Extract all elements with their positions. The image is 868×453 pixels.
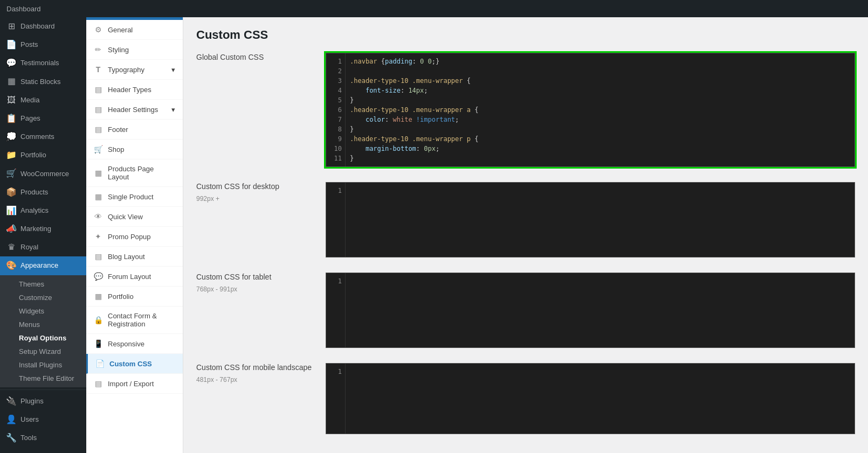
nav-contact-form[interactable]: 🔒 Contact Form & Registration xyxy=(86,306,183,334)
typography-arrow-icon: ▾ xyxy=(171,66,175,74)
global-css-code[interactable]: .navbar {padding: 0 0;} .header-type-10 … xyxy=(346,53,855,166)
quick-view-icon: 👁 xyxy=(94,212,102,221)
sidebar-item-portfolio[interactable]: 📁 Portfolio xyxy=(0,146,86,164)
tablet-css-editor[interactable]: 1 xyxy=(326,273,855,348)
tablet-css-sublabel: 768px - 991px xyxy=(196,285,315,293)
nav-promo-popup[interactable]: ✦ Promo Popup xyxy=(86,227,183,247)
sidebar-item-plugins[interactable]: 🔌 Plugins xyxy=(0,392,86,410)
import-export-icon: ▤ xyxy=(94,379,102,388)
nav-blog-layout[interactable]: ▤ Blog Layout xyxy=(86,247,183,267)
sub-setup-wizard[interactable]: Setup Wizard xyxy=(0,345,86,358)
mobile-landscape-css-editor[interactable]: 1 xyxy=(326,363,855,434)
global-css-editor-col: 1 2 3 4 5 6 7⚠ 8 9 10 11 .navbar {paddin… xyxy=(326,53,855,167)
desktop-css-section: Custom CSS for desktop 992px + 1 xyxy=(196,182,855,257)
blog-layout-icon: ▤ xyxy=(94,252,102,261)
line-numbers-tablet: 1 xyxy=(326,273,346,347)
dashboard-link[interactable]: Dashboard xyxy=(6,5,41,13)
admin-bar: Dashboard xyxy=(0,0,868,17)
single-product-icon: ▦ xyxy=(94,192,102,201)
sub-install-plugins[interactable]: Install Plugins xyxy=(0,358,86,372)
header-types-icon: ▤ xyxy=(94,85,102,94)
analytics-icon: 📊 xyxy=(6,206,16,215)
nav-custom-css[interactable]: 📄 Custom CSS xyxy=(86,354,183,374)
nav-import-export[interactable]: ▤ Import / Export xyxy=(86,374,183,394)
nav-general[interactable]: ⚙ General xyxy=(86,20,183,40)
desktop-css-editor-col: 1 xyxy=(326,182,855,257)
sidebar-item-royal[interactable]: ♛ Royal xyxy=(0,238,86,256)
sidebar-item-dashboard[interactable]: ⊞ Dashboard xyxy=(0,17,86,36)
plugins-icon: 🔌 xyxy=(6,396,16,406)
sidebar-item-users[interactable]: 👤 Users xyxy=(0,410,86,429)
nav-responsive[interactable]: 📱 Responsive xyxy=(86,334,183,354)
appearance-sub-menu: Themes Customize Widgets Menus Royal Opt… xyxy=(0,275,86,387)
nav-products-page-layout[interactable]: ▦ Products Page Layout xyxy=(86,159,183,187)
portfolio-icon: 📁 xyxy=(6,150,16,160)
sidebar-item-testimonials[interactable]: 💬 Testimonials xyxy=(0,54,86,72)
general-icon: ⚙ xyxy=(94,25,102,34)
comments-icon: 💭 xyxy=(6,132,16,142)
header-settings-icon: ▤ xyxy=(94,105,102,114)
nav-portfolio[interactable]: ▦ Portfolio xyxy=(86,287,183,306)
global-css-section: Global Custom CSS 1 2 3 4 5 6 7⚠ 8 9 10 xyxy=(196,53,855,167)
sub-royal-options[interactable]: Royal Options xyxy=(0,331,86,345)
tablet-css-section: Custom CSS for tablet 768px - 991px 1 xyxy=(196,273,855,348)
sidebar-item-static-blocks[interactable]: ▦ Static Blocks xyxy=(0,73,86,91)
page-title: Custom CSS xyxy=(196,28,855,42)
shop-icon: 🛒 xyxy=(94,145,102,154)
sidebar-item-products[interactable]: 📦 Products xyxy=(0,183,86,201)
nav-styling[interactable]: ✏ Styling xyxy=(86,40,183,60)
sidebar-item-woocommerce[interactable]: 🛒 WooCommerce xyxy=(0,165,86,183)
desktop-css-label-col: Custom CSS for desktop 992px + xyxy=(196,182,315,257)
global-css-editor[interactable]: 1 2 3 4 5 6 7⚠ 8 9 10 11 .navbar {paddin… xyxy=(326,53,855,167)
desktop-css-editor[interactable]: 1 xyxy=(326,182,855,257)
sidebar-item-marketing[interactable]: 📣 Marketing xyxy=(0,220,86,238)
sub-widgets[interactable]: Widgets xyxy=(0,304,86,318)
nav-forum-layout[interactable]: 💬 Forum Layout xyxy=(86,267,183,287)
typography-icon: T xyxy=(94,65,102,74)
mobile-landscape-css-section: Custom CSS for mobile landscape 481px - … xyxy=(196,363,855,434)
users-icon: 👤 xyxy=(6,415,16,424)
promo-popup-icon: ✦ xyxy=(94,232,102,241)
posts-icon: 📄 xyxy=(6,40,16,50)
sidebar-item-pages[interactable]: 📋 Pages xyxy=(0,109,86,128)
static-blocks-icon: ▦ xyxy=(6,77,16,87)
nav-quick-view[interactable]: 👁 Quick View xyxy=(86,207,183,227)
contact-form-icon: 🔒 xyxy=(94,316,102,324)
sidebar-item-analytics[interactable]: 📊 Analytics xyxy=(0,201,86,220)
nav-footer[interactable]: ▤ Footer xyxy=(86,120,183,140)
dashboard-icon: ⊞ xyxy=(6,22,16,31)
products-icon: 📦 xyxy=(6,187,16,197)
sidebar-item-media[interactable]: 🖼 Media xyxy=(0,91,86,109)
sidebar-item-comments[interactable]: 💭 Comments xyxy=(0,128,86,146)
mobile-landscape-css-label: Custom CSS for mobile landscape xyxy=(196,363,315,372)
line-numbers-desktop: 1 xyxy=(326,183,346,257)
nav-single-product[interactable]: ▦ Single Product xyxy=(86,187,183,207)
mobile-landscape-css-sublabel: 481px - 767px xyxy=(196,376,315,384)
sidebar-item-appearance[interactable]: 🎨 Appearance xyxy=(0,256,86,275)
sub-themes[interactable]: Themes xyxy=(0,277,86,291)
sub-menus[interactable]: Menus xyxy=(0,318,86,331)
desktop-css-code[interactable] xyxy=(346,183,855,253)
royal-icon: ♛ xyxy=(6,242,16,252)
nav-header-settings[interactable]: ▤ Header Settings ▾ xyxy=(86,100,183,120)
nav-header-types[interactable]: ▤ Header Types xyxy=(86,80,183,100)
products-page-layout-icon: ▦ xyxy=(94,169,102,177)
sub-customize[interactable]: Customize xyxy=(0,291,86,304)
mobile-landscape-css-code[interactable] xyxy=(346,364,855,434)
tablet-css-code[interactable] xyxy=(346,273,855,343)
woocommerce-icon: 🛒 xyxy=(6,169,16,179)
mobile-landscape-css-label-col: Custom CSS for mobile landscape 481px - … xyxy=(196,363,315,434)
sidebar-item-tools[interactable]: 🔧 Tools xyxy=(0,429,86,447)
nav-typography[interactable]: T Typography ▾ xyxy=(86,60,183,80)
line-numbers-global: 1 2 3 4 5 6 7⚠ 8 9 10 11 xyxy=(326,53,346,166)
marketing-icon: 📣 xyxy=(6,224,16,234)
global-css-label-col: Global Custom CSS xyxy=(196,53,315,167)
desktop-css-label: Custom CSS for desktop xyxy=(196,182,315,191)
nav-shop[interactable]: 🛒 Shop xyxy=(86,140,183,159)
main-content: Custom CSS Global Custom CSS 1 2 3 4 5 6… xyxy=(183,17,868,453)
responsive-icon: 📱 xyxy=(94,339,102,348)
sidebar-item-posts[interactable]: 📄 Posts xyxy=(0,36,86,54)
tablet-css-label-col: Custom CSS for tablet 768px - 991px xyxy=(196,273,315,348)
sub-theme-file-editor[interactable]: Theme File Editor xyxy=(0,372,86,385)
forum-layout-icon: 💬 xyxy=(94,272,102,281)
